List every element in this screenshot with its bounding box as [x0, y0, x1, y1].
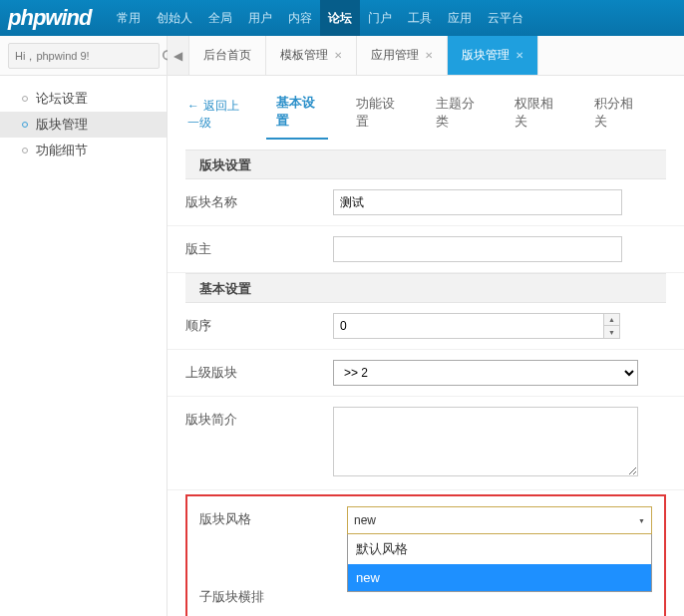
logo: phpwind	[8, 5, 91, 31]
tabs-scroll-left-icon[interactable]: ◀	[168, 36, 189, 75]
subnav-topic[interactable]: 主题分类	[426, 91, 488, 139]
topnav-item[interactable]: 用户	[240, 0, 280, 36]
subnav-basic[interactable]: 基本设置	[266, 90, 328, 140]
close-icon[interactable]: ✕	[425, 50, 433, 61]
topnav-item[interactable]: 论坛	[320, 0, 360, 36]
style-option[interactable]: 默认风格	[348, 534, 651, 564]
sidebar-item-label: 功能细节	[36, 142, 88, 159]
tab-label: 模板管理	[280, 47, 328, 64]
topnav-item[interactable]: 内容	[280, 0, 320, 36]
spin-down-icon[interactable]: ▼	[604, 326, 619, 338]
style-selected-value: new	[354, 513, 376, 527]
topnav-item[interactable]: 云平台	[480, 0, 531, 36]
sidebar-item-forum-settings[interactable]: 论坛设置	[0, 86, 167, 112]
order-input[interactable]	[333, 313, 604, 339]
style-select[interactable]: new ▼	[347, 506, 652, 534]
topnav-item[interactable]: 门户	[360, 0, 400, 36]
tab-label: 应用管理	[371, 47, 419, 64]
bullet-icon	[22, 148, 28, 154]
spin-up-icon[interactable]: ▲	[604, 314, 619, 326]
sidebar-item-forum-manage[interactable]: 版块管理	[0, 112, 167, 138]
subnav-permission[interactable]: 权限相关	[505, 91, 566, 139]
label-desc: 版块简介	[185, 407, 333, 429]
tab-label: 后台首页	[203, 47, 251, 64]
sidebar-item-label: 论坛设置	[36, 90, 88, 108]
bullet-icon	[22, 122, 28, 128]
owner-input[interactable]	[333, 236, 622, 262]
style-highlight-box: 版块风格 new ▼ 默认风格 new 子版块横排	[185, 494, 666, 616]
label-forum-name: 版块名称	[185, 189, 333, 211]
close-icon[interactable]: ✕	[515, 50, 523, 61]
topnav-item[interactable]: 常用	[109, 0, 149, 36]
label-parent: 上级版块	[185, 360, 333, 382]
search-input[interactable]	[8, 43, 160, 69]
sidebar-item-label: 版块管理	[36, 116, 88, 134]
section-forum-settings: 版块设置	[185, 150, 666, 179]
section-basic-settings: 基本设置	[185, 273, 666, 303]
chevron-down-icon: ▼	[638, 517, 645, 524]
tab-template[interactable]: 模板管理✕	[266, 36, 357, 75]
label-order: 顺序	[185, 313, 333, 335]
tab-forum[interactable]: 版块管理✕	[448, 36, 538, 75]
tab-home[interactable]: 后台首页	[189, 36, 266, 75]
sidebar-item-function-detail[interactable]: 功能细节	[0, 138, 167, 163]
close-icon[interactable]: ✕	[334, 50, 342, 61]
label-childlayout: 子版块横排	[199, 584, 347, 606]
label-owner: 版主	[185, 236, 333, 258]
topnav-item[interactable]: 工具	[400, 0, 440, 36]
forum-name-input[interactable]	[333, 189, 622, 215]
topnav-item[interactable]: 应用	[440, 0, 480, 36]
parent-select[interactable]: >> 2	[333, 360, 638, 386]
number-spinner[interactable]: ▲▼	[604, 313, 620, 339]
label-style: 版块风格	[199, 506, 347, 528]
tab-label: 版块管理	[462, 47, 510, 64]
style-option[interactable]: new	[348, 564, 651, 591]
topnav-item[interactable]: 创始人	[149, 0, 200, 36]
tab-app[interactable]: 应用管理✕	[357, 36, 448, 75]
subnav-function[interactable]: 功能设置	[346, 91, 408, 139]
subnav-points[interactable]: 积分相关	[584, 91, 646, 139]
back-link[interactable]: 返回上一级	[187, 98, 248, 132]
topnav-item[interactable]: 全局	[200, 0, 240, 36]
bullet-icon	[22, 96, 28, 102]
style-dropdown-list: 默认风格 new	[347, 534, 652, 592]
desc-textarea[interactable]	[333, 407, 638, 476]
